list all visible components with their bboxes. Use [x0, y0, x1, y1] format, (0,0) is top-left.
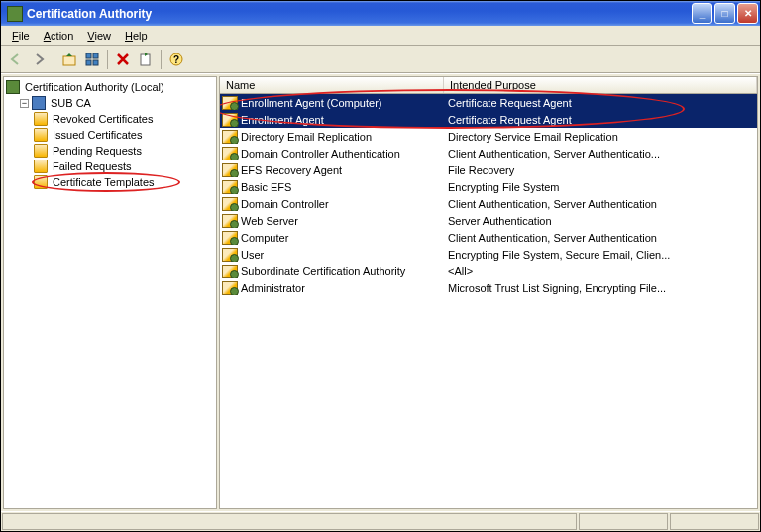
cell-purpose: Certificate Request Agent — [444, 97, 757, 109]
toolbar-separator — [161, 50, 162, 69]
back-button[interactable] — [5, 49, 27, 70]
content-area: Certification Authority (Local) − SUB CA… — [1, 73, 760, 511]
folder-icon — [34, 144, 48, 158]
list-row[interactable]: UserEncrypting File System, Secure Email… — [220, 246, 757, 263]
collapse-icon[interactable]: − — [20, 99, 29, 108]
folder-icon — [34, 175, 48, 189]
cell-purpose: File Recovery — [444, 164, 757, 176]
minimize-button[interactable]: _ — [692, 3, 712, 24]
forward-button[interactable] — [28, 49, 50, 70]
cell-purpose: Client Authentication, Server Authentica… — [444, 232, 757, 244]
list-pane[interactable]: Name Intended Purpose Enrollment Agent (… — [219, 76, 758, 509]
toolbar-separator — [107, 50, 108, 69]
status-panel-2 — [579, 513, 668, 530]
certificate-template-icon — [222, 147, 238, 160]
column-name[interactable]: Name — [220, 77, 444, 93]
certificate-template-icon — [222, 248, 238, 262]
list-row[interactable]: Enrollment AgentCertificate Request Agen… — [220, 111, 757, 128]
cell-purpose: Client Authentication, Server Authentica… — [444, 148, 757, 160]
list-row[interactable]: AdministratorMicrosoft Trust List Signin… — [220, 279, 757, 296]
cell-name: Computer — [220, 231, 444, 245]
close-button[interactable]: ✕ — [737, 3, 758, 24]
cell-name: Web Server — [220, 214, 444, 228]
tree-item[interactable]: Revoked Certificates — [34, 111, 214, 127]
list-row[interactable]: Enrollment Agent (Computer)Certificate R… — [220, 94, 757, 111]
list-row[interactable]: ComputerClient Authentication, Server Au… — [220, 229, 757, 246]
certificate-template-icon — [222, 163, 238, 177]
cell-name: Basic EFS — [220, 180, 444, 194]
cell-purpose: Encrypting File System — [444, 181, 757, 193]
certificate-template-icon — [222, 214, 238, 228]
svg-rect-0 — [63, 56, 75, 65]
column-headers: Name Intended Purpose — [220, 77, 757, 94]
certificate-template-icon — [222, 281, 238, 295]
server-icon — [32, 96, 46, 110]
certificate-template-icon — [222, 130, 238, 144]
status-panel-main — [2, 513, 577, 530]
tree-item-label: Pending Requests — [51, 145, 144, 157]
menu-view[interactable]: View — [80, 28, 118, 44]
list-row[interactable]: Subordinate Certification Authority<All> — [220, 263, 757, 279]
certificate-template-icon — [222, 113, 238, 127]
toolbar: ? — [1, 46, 760, 73]
certificate-template-icon — [222, 197, 238, 211]
folder-icon — [34, 160, 48, 173]
tree-item[interactable]: Issued Certificates — [34, 127, 214, 143]
list-row[interactable]: Web ServerServer Authentication — [220, 212, 757, 229]
list-row[interactable]: Basic EFSEncrypting File System — [220, 178, 757, 195]
menu-help[interactable]: Help — [118, 28, 155, 44]
status-bar — [1, 511, 760, 531]
list-row[interactable]: Directory Email ReplicationDirectory Ser… — [220, 128, 757, 145]
menu-bar: File Action View Help — [1, 26, 760, 46]
help-button[interactable]: ? — [165, 49, 187, 70]
status-panel-3 — [670, 513, 759, 530]
tree-item[interactable]: Pending Requests — [34, 143, 214, 159]
cell-purpose: Encrypting File System, Secure Email, Cl… — [444, 249, 757, 261]
cell-name: Administrator — [220, 281, 444, 295]
delete-button[interactable] — [112, 49, 134, 70]
title-bar[interactable]: Certification Authority _ □ ✕ — [1, 1, 760, 26]
cell-purpose: Certificate Request Agent — [444, 114, 757, 126]
cell-purpose: Directory Service Email Replication — [444, 131, 757, 143]
menu-file[interactable]: File — [5, 28, 37, 44]
cell-name: EFS Recovery Agent — [220, 163, 444, 177]
svg-rect-2 — [93, 53, 98, 58]
properties-button[interactable] — [81, 49, 103, 70]
tree-sub-label: SUB CA — [49, 97, 93, 109]
tree-item[interactable]: Certificate Templates — [34, 174, 214, 190]
column-purpose[interactable]: Intended Purpose — [444, 77, 757, 93]
cell-purpose: <All> — [444, 266, 757, 277]
menu-action[interactable]: Action — [37, 28, 81, 44]
svg-rect-1 — [86, 53, 91, 58]
certificate-template-icon — [222, 265, 238, 278]
tree-item-label: Issued Certificates — [51, 129, 144, 141]
window-buttons: _ □ ✕ — [692, 3, 758, 24]
svg-rect-3 — [86, 60, 91, 65]
list-body[interactable]: Enrollment Agent (Computer)Certificate R… — [220, 94, 757, 508]
app-icon — [7, 6, 23, 22]
window-title: Certification Authority — [27, 7, 692, 21]
list-row[interactable]: Domain ControllerClient Authentication, … — [220, 195, 757, 212]
cell-name: Directory Email Replication — [220, 130, 444, 144]
tree-item-label: Certificate Templates — [51, 176, 157, 188]
cell-name: Domain Controller Authentication — [220, 147, 444, 160]
tree-root[interactable]: Certification Authority (Local) — [6, 79, 214, 95]
cell-name: User — [220, 248, 444, 262]
tree-sub-ca[interactable]: − SUB CA — [20, 95, 214, 111]
up-button[interactable] — [58, 49, 80, 70]
cell-name: Enrollment Agent (Computer) — [220, 96, 444, 110]
folder-icon — [34, 128, 48, 142]
cell-name: Subordinate Certification Authority — [220, 265, 444, 278]
cell-purpose: Client Authentication, Server Authentica… — [444, 198, 757, 210]
list-row[interactable]: EFS Recovery AgentFile Recovery — [220, 161, 757, 178]
tree-root-label: Certification Authority (Local) — [23, 81, 166, 93]
tree-item[interactable]: Failed Requests — [34, 159, 214, 174]
maximize-button[interactable]: □ — [714, 3, 735, 24]
cell-name: Domain Controller — [220, 197, 444, 211]
toolbar-separator — [54, 50, 54, 69]
tree-pane[interactable]: Certification Authority (Local) − SUB CA… — [3, 76, 217, 509]
list-row[interactable]: Domain Controller AuthenticationClient A… — [220, 145, 757, 161]
refresh-button[interactable] — [135, 49, 157, 70]
folder-icon — [34, 112, 48, 126]
svg-rect-4 — [93, 60, 98, 65]
